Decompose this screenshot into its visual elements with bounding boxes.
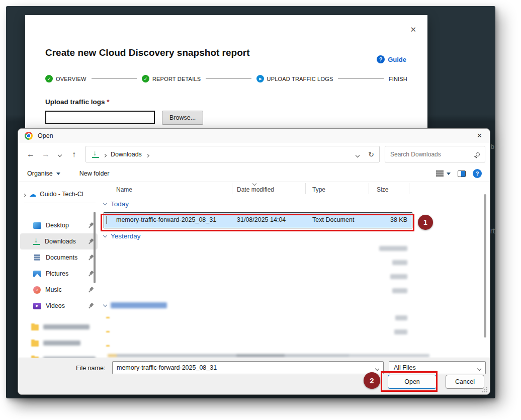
- expand-chevron-icon[interactable]: [23, 190, 26, 199]
- group-header-yesterday[interactable]: Yesterday: [100, 230, 490, 241]
- cloud-discovery-dialog: ✕ Create new Cloud Discovery snapshot re…: [25, 15, 427, 136]
- refresh-icon[interactable]: ↻: [368, 150, 374, 158]
- step-connector: [338, 78, 383, 79]
- sidebar-item-label: Downloads: [45, 238, 83, 245]
- help-icon[interactable]: ?: [473, 169, 482, 178]
- sidebar-item-label: Videos: [46, 302, 83, 309]
- sidebar-divider: [24, 203, 96, 203]
- sidebar-item-redacted[interactable]: [18, 335, 100, 351]
- sidebar-item-videos[interactable]: ▶ Videos: [20, 298, 98, 314]
- dialog-toolbar: Organise New folder ?: [18, 165, 490, 182]
- column-header-type[interactable]: Type: [312, 186, 325, 193]
- preview-pane-icon[interactable]: [458, 171, 466, 177]
- file-name-combobox[interactable]: [112, 361, 384, 374]
- documents-icon: [34, 254, 40, 261]
- redacted-size: [347, 274, 407, 279]
- upload-file-input[interactable]: [45, 111, 155, 124]
- sidebar-item-redacted[interactable]: [18, 351, 100, 358]
- recent-locations-chevron-icon[interactable]: [53, 151, 66, 157]
- step-connector: [206, 78, 251, 79]
- guide-label: Guide: [388, 56, 406, 63]
- group-header-today[interactable]: Today: [100, 198, 490, 209]
- collapse-chevron-icon: [103, 233, 107, 237]
- annotation-marker-1: 1: [418, 215, 433, 230]
- help-circle-icon: ?: [377, 55, 385, 63]
- step-finish: FINISH: [389, 76, 407, 82]
- file-row-redacted[interactable]: [100, 256, 490, 270]
- column-header-size[interactable]: Size: [377, 186, 388, 193]
- step-label: FINISH: [389, 76, 407, 82]
- file-row-redacted[interactable]: [100, 241, 490, 256]
- sidebar-item-music[interactable]: ♪ Music: [20, 282, 98, 298]
- file-row-redacted[interactable]: [100, 311, 490, 325]
- breadcrumb[interactable]: Downloads: [111, 151, 142, 158]
- sidebar-item-label: Documents: [46, 254, 83, 261]
- file-row-redacted[interactable]: [100, 339, 490, 353]
- step-upload-traffic-logs: ▶ UPLOAD TRAFFIC LOGS: [256, 75, 333, 82]
- redacted-size: [347, 288, 407, 293]
- group-header-redacted[interactable]: [100, 300, 490, 311]
- column-separator[interactable]: [232, 183, 232, 194]
- column-separator[interactable]: [409, 183, 409, 194]
- column-separator[interactable]: [305, 183, 306, 194]
- file-row-redacted[interactable]: [100, 270, 490, 284]
- file-row-redacted[interactable]: [100, 284, 490, 298]
- cancel-button[interactable]: Cancel: [446, 375, 484, 389]
- downloads-icon: [33, 238, 40, 245]
- current-step-icon: ▶: [256, 75, 264, 82]
- sidebar-scrollbar[interactable]: [94, 212, 96, 283]
- browse-button[interactable]: Browse...: [162, 111, 203, 125]
- file-name-input[interactable]: [117, 364, 376, 371]
- dropdown-caret-icon: [56, 173, 60, 175]
- file-row-redacted[interactable]: [100, 325, 490, 339]
- column-header-name[interactable]: Name: [116, 186, 132, 193]
- close-icon[interactable]: ✕: [410, 25, 416, 34]
- folder-icon: [31, 324, 39, 330]
- breadcrumb-chevron-icon[interactable]: [146, 150, 149, 159]
- sidebar-item-downloads[interactable]: Downloads: [20, 233, 98, 249]
- annotation-rect-2: [381, 371, 438, 392]
- dialog-title: Create new Cloud Discovery snapshot repo…: [45, 47, 250, 58]
- open-dialog-title: Open: [38, 132, 53, 139]
- column-header-date-modified[interactable]: Date modified: [237, 186, 274, 193]
- sidebar-item-onedrive[interactable]: ☁ Guido - Tech-Cl: [18, 188, 100, 200]
- step-label: OVERVIEW: [56, 76, 86, 82]
- search-input[interactable]: [390, 151, 471, 158]
- open-dialog-titlebar[interactable]: Open ✕: [18, 129, 490, 143]
- step-label: REPORT DETAILS: [152, 76, 201, 82]
- dropdown-caret-icon: [447, 173, 451, 175]
- step-label: UPLOAD TRAFFIC LOGS: [267, 76, 333, 82]
- search-box[interactable]: [385, 146, 485, 162]
- sidebar-item-pictures[interactable]: Pictures: [20, 266, 98, 282]
- annotation-marker-2: 2: [364, 372, 380, 389]
- guide-link[interactable]: ? Guide: [377, 55, 406, 63]
- navigation-sidebar: ☁ Guido - Tech-Cl Desktop Downloads: [18, 182, 100, 358]
- organise-button[interactable]: Organise: [27, 170, 60, 177]
- up-icon[interactable]: ↑: [66, 150, 81, 159]
- step-overview: ✓ OVERVIEW: [45, 75, 86, 82]
- column-separator[interactable]: [369, 183, 369, 194]
- sidebar-item-redacted[interactable]: [18, 319, 100, 335]
- sidebar-item-documents[interactable]: Documents: [20, 249, 98, 266]
- wizard-steps: ✓ OVERVIEW ✓ REPORT DETAILS ▶ UPLOAD TRA…: [45, 75, 407, 82]
- address-bar[interactable]: Downloads ↻: [85, 146, 380, 162]
- redacted-size: [347, 246, 407, 251]
- search-icon: [476, 152, 480, 156]
- file-row-partial: [108, 354, 429, 357]
- open-file-dialog: Open ✕ ← → ↑ Downloads ↻: [18, 128, 490, 395]
- redacted-size: [347, 315, 407, 320]
- new-folder-button[interactable]: New folder: [79, 170, 110, 177]
- view-mode-button[interactable]: [436, 171, 451, 177]
- upload-field-label: Upload traffic logs *: [45, 98, 110, 106]
- file-list-scrollbar[interactable]: [484, 194, 486, 338]
- file-name-label: File name:: [76, 365, 105, 372]
- new-folder-label: New folder: [79, 170, 110, 177]
- close-icon[interactable]: ✕: [477, 132, 482, 139]
- combobox-chevron-icon[interactable]: [376, 363, 379, 372]
- sidebar-item-desktop[interactable]: Desktop: [20, 217, 98, 233]
- collapse-chevron-icon: [103, 201, 107, 205]
- back-icon[interactable]: ←: [23, 150, 38, 159]
- forward-icon[interactable]: →: [38, 150, 53, 159]
- resize-grip[interactable]: [482, 387, 487, 392]
- address-dropdown-chevron-icon[interactable]: [356, 150, 359, 159]
